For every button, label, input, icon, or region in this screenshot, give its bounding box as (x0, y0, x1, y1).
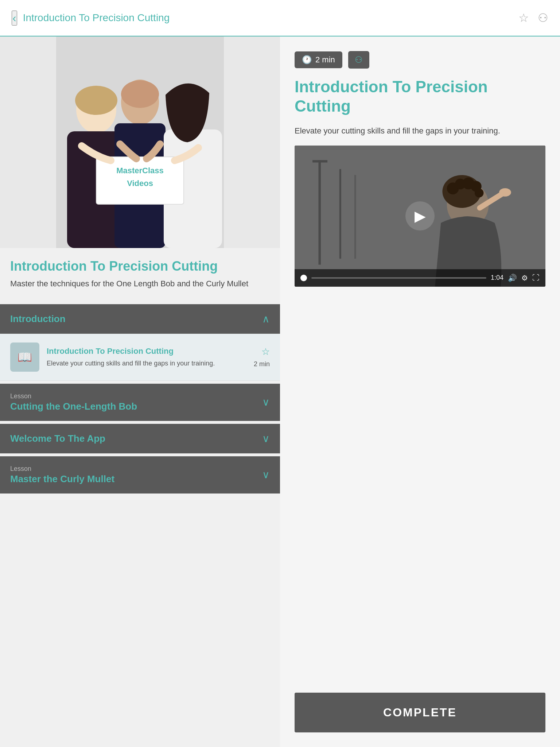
svg-point-24 (499, 188, 511, 197)
spacer (295, 295, 545, 684)
accordion-title-introduction: Introduction (10, 313, 66, 325)
progress-bar[interactable] (311, 277, 486, 279)
svg-rect-13 (319, 160, 321, 265)
back-button[interactable]: ‹ (12, 11, 17, 26)
course-hero-image: MasterClass Videos (0, 36, 280, 248)
duration-label: 2 min (315, 55, 335, 65)
clock-icon: 🕐 (302, 55, 312, 65)
accordion-title-one-length-bob: Cutting the One-Length Bob (10, 401, 137, 412)
accordion-label-curly-mullet: Lesson (10, 465, 114, 473)
lesson-meta: ☆ 2 min (254, 346, 270, 368)
lesson-thumbnail: 📖 (10, 342, 39, 372)
volume-icon[interactable]: 🔊 (508, 274, 517, 282)
svg-text:Videos: Videos (127, 179, 153, 188)
svg-point-3 (75, 86, 117, 115)
svg-text:MasterClass: MasterClass (116, 166, 164, 175)
svg-rect-14 (312, 160, 327, 163)
course-subtitle: Master the techniques for the One Length… (10, 278, 270, 290)
svg-point-6 (121, 80, 159, 108)
chevron-up-icon: ∧ (262, 313, 270, 325)
right-panel: 🕐 2 min ⚇ Introduction To Precision Cutt… (280, 36, 560, 747)
accordion-header-one-length-bob[interactable]: Lesson Cutting the One-Length Bob ∨ (0, 384, 280, 421)
chevron-down-icon-mullet: ∨ (262, 469, 270, 481)
content-description: Elevate your cutting skills and fill the… (295, 125, 545, 137)
video-controls: 1:04 🔊 ⚙ ⛶ (295, 269, 545, 287)
lesson-name: Introduction To Precision Cutting (47, 346, 246, 357)
svg-point-23 (475, 188, 484, 197)
accordion-label-one-length-bob: Lesson (10, 392, 137, 400)
photo-scene: MasterClass Videos (0, 36, 280, 248)
video-player[interactable]: ▶ 1:04 🔊 ⚙ ⛶ (295, 146, 545, 287)
accordion-section-welcome-app: Welcome To The App ∨ (0, 424, 280, 453)
lesson-description: Elevate your cutting skills and fill the… (47, 359, 246, 368)
accordion-section-curly-mullet: Lesson Master the Curly Mullet ∨ (0, 456, 280, 494)
accordion-header-welcome-app[interactable]: Welcome To The App ∨ (0, 424, 280, 453)
link-button[interactable]: ⚇ (538, 11, 548, 25)
accordion-title-welcome-app: Welcome To The App (10, 433, 105, 444)
header-icons: ☆ ⚇ (518, 11, 548, 25)
left-panel: MasterClass Videos Introduction To Preci… (0, 36, 280, 747)
progress-indicator (300, 275, 307, 281)
content-title: Introduction To Precision Cutting (295, 77, 545, 116)
svg-rect-16 (354, 175, 356, 258)
link-badge-button[interactable]: ⚇ (348, 51, 369, 69)
course-title: Introduction To Precision Cutting (10, 258, 270, 274)
accordion-content-introduction: 📖 Introduction To Precision Cutting Elev… (0, 334, 280, 381)
duration-badge: 🕐 2 min (295, 51, 342, 68)
accordion-header-curly-mullet[interactable]: Lesson Master the Curly Mullet ∨ (0, 456, 280, 494)
course-info: Introduction To Precision Cutting Master… (0, 248, 280, 297)
play-button[interactable]: ▶ (405, 201, 435, 231)
settings-icon[interactable]: ⚙ (521, 274, 528, 282)
accordion-section-introduction: Introduction ∧ 📖 Introduction To Precisi… (0, 304, 280, 381)
accordion: Introduction ∧ 📖 Introduction To Precisi… (0, 304, 280, 494)
header: ‹ Introduction To Precision Cutting ☆ ⚇ (0, 0, 560, 36)
accordion-title-curly-mullet: Master the Curly Mullet (10, 473, 114, 485)
header-title: Introduction To Precision Cutting (23, 12, 170, 24)
svg-rect-15 (339, 169, 341, 259)
complete-button[interactable]: COMPLETE (295, 693, 545, 732)
lesson-duration: 2 min (254, 360, 270, 368)
bookmark-button[interactable]: ☆ (518, 11, 529, 25)
lesson-star-button[interactable]: ☆ (261, 346, 270, 357)
video-time: 1:04 (491, 274, 503, 282)
chevron-down-icon-welcome: ∨ (262, 433, 270, 445)
fullscreen-icon[interactable]: ⛶ (532, 274, 540, 282)
header-left: ‹ Introduction To Precision Cutting (12, 11, 170, 26)
chevron-down-icon: ∨ (262, 396, 270, 408)
list-item[interactable]: 📖 Introduction To Precision Cutting Elev… (0, 334, 280, 381)
book-icon: 📖 (18, 350, 32, 364)
accordion-section-one-length-bob: Lesson Cutting the One-Length Bob ∨ (0, 384, 280, 421)
main-layout: MasterClass Videos Introduction To Preci… (0, 36, 560, 747)
lesson-text: Introduction To Precision Cutting Elevat… (47, 346, 246, 368)
accordion-header-introduction[interactable]: Introduction ∧ (0, 304, 280, 334)
hero-svg: MasterClass Videos (0, 36, 280, 248)
meta-badges: 🕐 2 min ⚇ (295, 51, 545, 69)
